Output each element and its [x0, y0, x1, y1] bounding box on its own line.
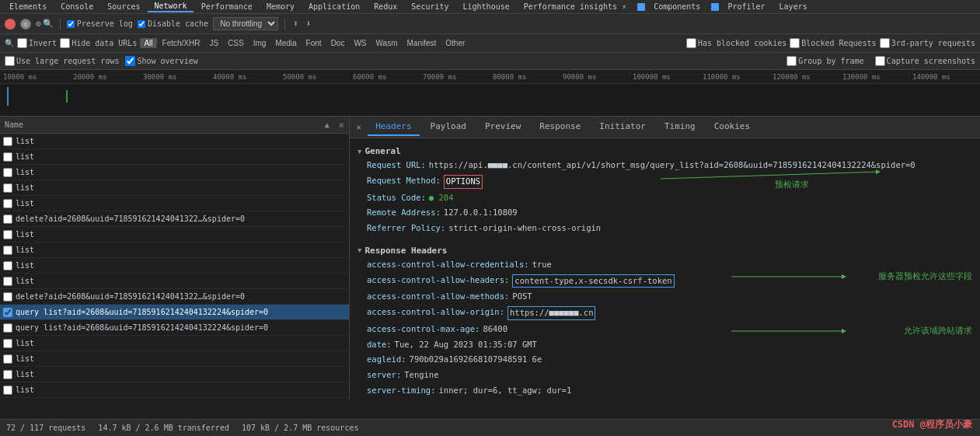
list-item-checkbox[interactable]: [3, 230, 12, 239]
list-item-checkbox[interactable]: [3, 370, 12, 379]
tab-console[interactable]: Console: [54, 2, 99, 12]
list-item-checkbox[interactable]: [3, 246, 12, 255]
tab-perf-insights[interactable]: Performance insights ⚡: [518, 2, 633, 12]
filter-wasm[interactable]: Wasm: [372, 38, 402, 48]
tab-timing[interactable]: Timing: [657, 118, 703, 136]
tab-components[interactable]: Components: [647, 2, 706, 12]
panel-close-icon[interactable]: ×: [356, 122, 361, 133]
hide-data-urls-label[interactable]: Hide data URLs: [60, 38, 137, 48]
list-item-checkbox[interactable]: [3, 323, 12, 333]
filter-media[interactable]: Media: [271, 38, 300, 48]
throttle-select[interactable]: No throttling: [213, 17, 278, 30]
list-item-checkbox[interactable]: [3, 168, 12, 177]
panel-close-list[interactable]: ×: [334, 120, 349, 131]
list-item[interactable]: list: [0, 134, 349, 149]
large-rows-label[interactable]: Use large request rows: [5, 56, 119, 66]
list-item[interactable]: list: [0, 242, 349, 258]
list-item[interactable]: delete?aid=2608&uuid=718591621424041322……: [0, 211, 349, 227]
tab-layers[interactable]: Layers: [773, 2, 814, 12]
tab-profiler[interactable]: Profiler: [721, 2, 771, 12]
blocked-requests-label[interactable]: Blocked Requests: [790, 38, 876, 48]
filter-css[interactable]: CSS: [224, 38, 248, 48]
import-icon[interactable]: ⬆: [291, 18, 300, 30]
clear-button[interactable]: ⊘: [20, 19, 31, 30]
tab-elements[interactable]: Elements: [3, 2, 53, 12]
list-item-checkbox[interactable]: [3, 215, 12, 224]
request-list[interactable]: Name ▲ × list list list list list d: [0, 117, 350, 400]
list-item[interactable]: list: [0, 165, 349, 180]
show-overview-label[interactable]: Show overview: [125, 56, 197, 66]
filter-fetch-xhr[interactable]: Fetch/XHR: [159, 38, 204, 48]
invert-checkbox[interactable]: [17, 38, 27, 48]
tab-redux[interactable]: Redux: [368, 2, 403, 12]
preserve-log-label[interactable]: Preserve log: [67, 19, 133, 28]
disable-cache-label[interactable]: Disable cache: [138, 19, 208, 28]
preserve-log-checkbox[interactable]: [67, 20, 75, 28]
list-item-checkbox[interactable]: [3, 339, 12, 348]
list-item-checkbox[interactable]: [3, 261, 12, 270]
filter-other[interactable]: Other: [441, 38, 469, 48]
filter-img[interactable]: Img: [249, 38, 270, 48]
invert-label[interactable]: Invert: [17, 38, 57, 48]
timeline-graph[interactable]: [0, 84, 980, 116]
disable-cache-checkbox[interactable]: [138, 20, 145, 28]
capture-screenshots-label[interactable]: Capture screenshots: [875, 56, 975, 66]
filter-manifest[interactable]: Manifest: [403, 38, 441, 48]
show-overview-checkbox[interactable]: [125, 56, 135, 66]
list-item[interactable]: list: [0, 382, 349, 398]
list-item[interactable]: list: [0, 258, 349, 274]
list-item[interactable]: query_list?aid=2608&uuid=718591621424041…: [0, 320, 349, 336]
list-item-checkbox[interactable]: [3, 308, 12, 317]
tab-payload[interactable]: Payload: [423, 118, 474, 136]
export-icon[interactable]: ⬇: [305, 18, 313, 30]
third-party-label[interactable]: 3rd-party requests: [880, 38, 975, 48]
tab-response[interactable]: Response: [532, 118, 588, 136]
list-item-checkbox[interactable]: [3, 183, 12, 193]
list-item-checkbox[interactable]: [3, 152, 12, 162]
has-blocked-label[interactable]: Has blocked cookies: [686, 38, 786, 48]
list-item-checkbox[interactable]: [3, 199, 12, 208]
tab-initiator[interactable]: Initiator: [591, 118, 654, 136]
tab-sources[interactable]: Sources: [101, 2, 146, 12]
list-item[interactable]: list: [0, 274, 349, 289]
filter-types: All Fetch/XHR JS CSS Img Media Font Doc …: [140, 38, 682, 48]
tab-network[interactable]: Network: [148, 1, 193, 12]
blocked-requests-checkbox[interactable]: [790, 38, 800, 48]
list-item[interactable]: list: [0, 367, 349, 382]
list-item-checkbox[interactable]: [3, 137, 12, 146]
list-item[interactable]: delete?aid=2608&uuid=718591621424041322……: [0, 289, 349, 305]
list-item[interactable]: list: [0, 227, 349, 242]
list-item[interactable]: list: [0, 180, 349, 196]
group-frame-checkbox[interactable]: [786, 56, 797, 66]
list-item-checkbox[interactable]: [3, 385, 12, 395]
tab-memory[interactable]: Memory: [260, 2, 301, 12]
list-item-selected[interactable]: query_list?aid=2608&uuid=718591621424041…: [0, 305, 349, 320]
list-item[interactable]: list: [0, 149, 349, 165]
tab-performance[interactable]: Performance: [195, 2, 259, 12]
list-item[interactable]: list: [0, 196, 349, 211]
hide-data-urls-checkbox[interactable]: [60, 38, 70, 48]
filter-js[interactable]: JS: [205, 38, 222, 48]
list-item-checkbox[interactable]: [3, 292, 12, 302]
record-button[interactable]: [5, 19, 16, 30]
tab-security[interactable]: Security: [405, 2, 455, 12]
third-party-checkbox[interactable]: [880, 38, 890, 48]
large-rows-checkbox[interactable]: [5, 56, 15, 66]
filter-ws[interactable]: WS: [350, 38, 370, 48]
list-item[interactable]: list: [0, 336, 349, 351]
tab-headers[interactable]: Headers: [368, 118, 419, 136]
list-item[interactable]: list: [0, 351, 349, 367]
list-item-checkbox[interactable]: [3, 354, 12, 364]
list-item-checkbox[interactable]: [3, 277, 12, 286]
group-frame-label[interactable]: Group by frame: [786, 56, 863, 66]
filter-font[interactable]: Font: [302, 38, 326, 48]
list-item[interactable]: list: [0, 398, 349, 400]
filter-all[interactable]: All: [140, 38, 156, 48]
tab-lighthouse[interactable]: Lighthouse: [457, 2, 516, 12]
tab-application[interactable]: Application: [302, 2, 366, 12]
filter-doc[interactable]: Doc: [327, 38, 349, 48]
tab-cookies[interactable]: Cookies: [706, 118, 758, 136]
tab-preview[interactable]: Preview: [477, 118, 528, 136]
capture-screenshots-checkbox[interactable]: [875, 56, 885, 66]
has-blocked-checkbox[interactable]: [686, 38, 696, 48]
